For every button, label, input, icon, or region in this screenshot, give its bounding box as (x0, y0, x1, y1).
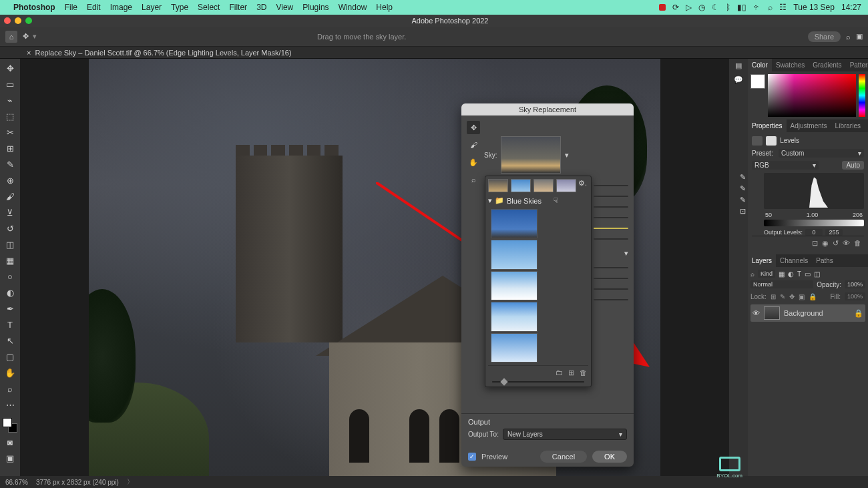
minimize-window-icon[interactable] (15, 17, 21, 24)
output-levels-white[interactable] (825, 229, 843, 236)
sky-preset-3[interactable] (491, 271, 537, 300)
eraser-tool[interactable]: ◫ (3, 238, 17, 251)
blend-mode-select[interactable]: Normal (750, 280, 813, 288)
status-more-icon[interactable]: 〉 (127, 477, 134, 487)
folder-blue-skies[interactable]: ▾ 📁 Blue Skies ☟ (488, 195, 588, 206)
history-brush-tool[interactable]: ↺ (3, 222, 17, 235)
output-levels-black[interactable] (805, 229, 823, 236)
menu-select[interactable]: Select (198, 3, 220, 12)
slider-3[interactable] (594, 206, 628, 208)
menubar-date[interactable]: Tue 13 Sep (793, 3, 835, 12)
layer-name[interactable]: Background (784, 309, 823, 317)
move-tool[interactable]: ✥ (3, 61, 17, 75)
tool-dropdown-icon[interactable]: ▾ (33, 32, 37, 41)
slider-6[interactable] (594, 267, 628, 268)
zoom-level[interactable]: 66.67% (5, 479, 28, 486)
stamp-tool[interactable]: ⊻ (3, 206, 17, 219)
menu-help[interactable]: Help (376, 3, 393, 12)
sky-preset-1[interactable] (491, 209, 537, 238)
histogram[interactable] (764, 173, 864, 209)
visibility-icon[interactable]: 👁 (843, 239, 850, 248)
opacity-value[interactable]: 100% (845, 280, 865, 288)
app-name[interactable]: Photoshop (13, 3, 55, 12)
dialog-zoom-tool[interactable]: ⌕ (467, 173, 480, 186)
brush-tool[interactable]: 🖌 (3, 190, 17, 203)
filter-type-icon[interactable]: T (797, 270, 801, 278)
screen-mode-tool[interactable]: ▣ (3, 451, 17, 465)
levels-black[interactable]: 50 (765, 212, 772, 218)
lock-artboard-icon[interactable]: ▣ (799, 293, 805, 300)
layer-visibility-icon[interactable]: 👁 (752, 309, 760, 317)
tab-patterns[interactable]: Patterns (846, 59, 868, 71)
slider-2[interactable] (594, 196, 628, 197)
levels-mid[interactable]: 1.00 (807, 212, 819, 218)
tab-paths[interactable]: Paths (812, 254, 837, 267)
close-tab-icon[interactable]: × (27, 49, 31, 57)
workspace-icon[interactable]: ▣ (856, 32, 863, 41)
sky-preset-4[interactable] (491, 302, 537, 331)
quick-mask-tool[interactable]: ◙ (3, 435, 17, 449)
traffic-lights[interactable] (4, 17, 32, 24)
close-window-icon[interactable] (4, 17, 11, 24)
layer-background[interactable]: 👁 Background 🔒 (750, 304, 865, 322)
view-previous-icon[interactable]: ◉ (822, 239, 829, 248)
more-tools[interactable]: ⋯ (3, 398, 17, 411)
filter-adj-icon[interactable]: ◐ (788, 270, 794, 278)
slider-9[interactable] (594, 299, 628, 300)
eyedropper-gray-icon[interactable]: ✎ (740, 184, 746, 193)
sky-preset-recent-1[interactable] (488, 179, 508, 192)
slider-8[interactable] (594, 288, 628, 290)
preset-select[interactable]: Custom▾ (779, 149, 864, 158)
lock-all-icon[interactable]: ⊞ (771, 293, 776, 300)
menu-file[interactable]: File (65, 3, 77, 12)
output-to-select[interactable]: New Layers ▾ (503, 429, 627, 440)
panel-icon-2[interactable]: 💬 (734, 75, 743, 84)
dialog-brush-tool[interactable]: 🖌 (467, 138, 480, 152)
marquee-tool[interactable]: ▭ (3, 77, 17, 91)
dodge-tool[interactable]: ◐ (3, 286, 17, 299)
gradient-tool[interactable]: ▦ (3, 254, 17, 267)
cancel-button[interactable]: Cancel (540, 451, 587, 463)
menu-3d[interactable]: 3D (256, 3, 266, 12)
dialog-hand-tool[interactable]: ✋ (467, 156, 480, 169)
tab-channels[interactable]: Channels (776, 254, 812, 267)
moon-icon[interactable]: ☾ (712, 3, 719, 12)
new-preset-icon[interactable]: ⊞ (568, 369, 574, 377)
dialog-move-tool[interactable]: ✥ (467, 121, 480, 134)
menu-view[interactable]: View (276, 3, 293, 12)
menu-edit[interactable]: Edit (87, 3, 101, 12)
panel-icon-1[interactable]: ▤ (735, 61, 742, 70)
wifi-icon[interactable]: ᯤ (753, 3, 761, 12)
document-tab[interactable]: × Replace Sky – Daniel Scott.tif @ 66.7%… (0, 47, 868, 59)
move-tool-icon[interactable]: ✥ (23, 32, 29, 41)
blur-tool[interactable]: ○ (3, 270, 17, 283)
kind-select[interactable]: Kind (758, 270, 775, 278)
sky-preset-recent-2[interactable] (511, 179, 531, 192)
clip-to-layer-icon[interactable]: ⊡ (812, 239, 818, 248)
selection-tool[interactable]: ⬚ (3, 109, 17, 123)
dropdown-icon[interactable]: ▾ (624, 249, 628, 258)
slider-5[interactable] (594, 238, 628, 240)
fill-value[interactable]: 100% (845, 292, 865, 300)
crop-tool[interactable]: ✂ (3, 126, 17, 139)
menu-plugins[interactable]: Plugins (302, 3, 329, 12)
shape-tool[interactable]: ▢ (3, 350, 17, 363)
battery-icon[interactable]: ▮▯ (737, 3, 746, 12)
filter-shape-icon[interactable]: ▭ (805, 270, 811, 278)
foreground-color[interactable] (750, 74, 765, 89)
trash-icon[interactable]: 🗑 (854, 239, 861, 248)
channel-select[interactable]: RGB▾ (752, 161, 819, 170)
search-icon[interactable]: ⌕ (846, 33, 851, 41)
slider-7[interactable] (594, 278, 628, 279)
share-button[interactable]: Share (808, 31, 841, 42)
play-icon[interactable]: ▷ (686, 3, 692, 12)
clip-icon[interactable]: ⊡ (740, 207, 746, 216)
menu-type[interactable]: Type (171, 3, 188, 12)
eyedropper-black-icon[interactable]: ✎ (740, 173, 746, 182)
sky-preset-list[interactable] (488, 209, 588, 362)
kind-search-icon[interactable]: ⌕ (750, 270, 754, 278)
layer-lock-icon[interactable]: 🔒 (854, 309, 863, 318)
auto-button[interactable]: Auto (842, 161, 864, 170)
sky-preset-5[interactable] (491, 333, 537, 362)
home-icon[interactable]: ⌂ (5, 31, 17, 43)
